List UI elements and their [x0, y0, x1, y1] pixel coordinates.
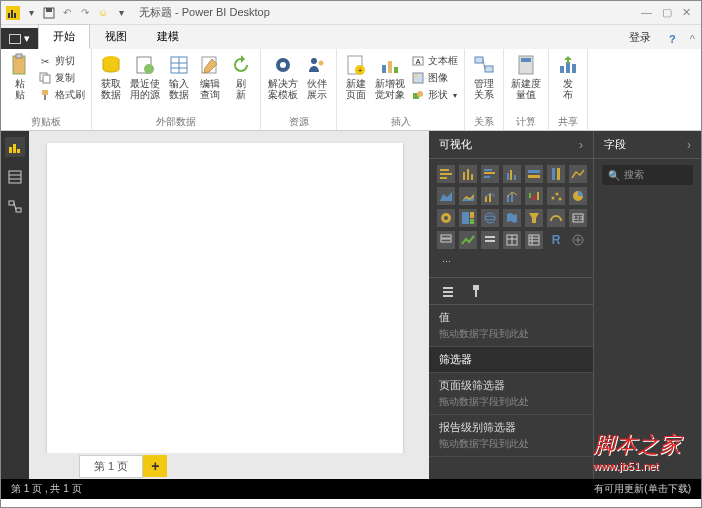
help-icon[interactable]: ? [661, 29, 684, 49]
viz-stacked-area-icon[interactable] [459, 187, 477, 205]
new-visual-button[interactable]: 新增视觉对象 [372, 51, 408, 102]
viz-stacked-bar-icon[interactable] [437, 165, 455, 183]
fields-pane-header[interactable]: 字段 › [594, 131, 701, 159]
svg-rect-1 [46, 8, 52, 12]
copy-button[interactable]: 复制 [38, 70, 85, 86]
cut-button[interactable]: ✂剪切 [38, 53, 85, 69]
svg-rect-32 [475, 57, 483, 63]
qat-more-icon[interactable]: ▾ [113, 5, 129, 21]
svg-rect-6 [42, 90, 48, 95]
nav-model-view[interactable] [5, 197, 25, 217]
viz-area-icon[interactable] [437, 187, 455, 205]
svg-point-31 [417, 91, 423, 97]
svg-point-81 [485, 213, 495, 223]
window-controls: — ▢ ✕ [631, 6, 701, 19]
publish-button[interactable]: 发布 [553, 51, 583, 102]
viz-matrix-icon[interactable] [525, 231, 543, 249]
svg-rect-54 [471, 174, 473, 180]
viz-table-icon[interactable] [503, 231, 521, 249]
svg-rect-66 [489, 194, 491, 202]
fields-pane-title: 字段 [604, 137, 626, 152]
redo-icon[interactable]: ↷ [77, 5, 93, 21]
svg-point-77 [444, 216, 448, 220]
viz-clustered-bar-icon[interactable] [481, 165, 499, 183]
viz-gallery: 123 R ⋯ [429, 159, 593, 277]
viz-clustered-column-icon[interactable] [503, 165, 521, 183]
work-area: 第 1 页 + 可视化 › [1, 131, 701, 479]
status-update-link[interactable]: 有可用更新(单击下载) [594, 482, 691, 496]
format-mode-icon[interactable] [467, 282, 485, 300]
viz-card-icon[interactable]: 123 [569, 209, 587, 227]
viz-import-icon[interactable] [569, 231, 587, 249]
page-filters-well[interactable]: 页面级筛选器 拖动数据字段到此处 [429, 373, 593, 415]
viz-100-bar-icon[interactable] [525, 165, 543, 183]
viz-filled-map-icon[interactable] [503, 209, 521, 227]
tab-modeling[interactable]: 建模 [142, 24, 194, 49]
viz-combo-icon[interactable] [481, 187, 499, 205]
report-canvas[interactable] [47, 143, 403, 453]
tab-view[interactable]: 视图 [90, 24, 142, 49]
enter-data-button[interactable]: 输入数据 [164, 51, 194, 102]
viz-kpi-icon[interactable] [459, 231, 477, 249]
viz-multicard-icon[interactable] [437, 231, 455, 249]
group-label-resources: 资源 [289, 114, 309, 129]
login-button[interactable]: 登录 [619, 26, 661, 49]
new-page-button[interactable]: +新建页面 [341, 51, 371, 102]
get-data-button[interactable]: 获取数据 [96, 51, 126, 102]
viz-donut-icon[interactable] [437, 209, 455, 227]
save-icon[interactable] [41, 5, 57, 21]
qat-dropdown-icon[interactable]: ▾ [23, 5, 39, 21]
canvas-area: 第 1 页 + [29, 131, 429, 479]
textbox-icon: A [411, 54, 425, 68]
file-tab[interactable]: ▾ [1, 28, 38, 49]
viz-combo2-icon[interactable] [503, 187, 521, 205]
report-filters-well[interactable]: 报告级别筛选器 拖动数据字段到此处 [429, 415, 593, 457]
minimize-button[interactable]: — [641, 6, 652, 19]
values-well[interactable]: 值 拖动数据字段到此处 [429, 305, 593, 347]
new-measure-button[interactable]: 新建度量值 [508, 51, 544, 102]
close-button[interactable]: ✕ [682, 6, 691, 19]
viz-waterfall-icon[interactable] [525, 187, 543, 205]
solution-templates-button[interactable]: 解决方案模板 [265, 51, 301, 102]
manage-relations-button[interactable]: 管理关系 [469, 51, 499, 102]
textbox-button[interactable]: A文本框 [411, 53, 458, 69]
fields-mode-icon[interactable] [439, 282, 457, 300]
add-page-button[interactable]: + [143, 455, 167, 477]
paste-button[interactable]: 粘贴 [5, 51, 35, 102]
undo-icon[interactable]: ↶ [59, 5, 75, 21]
page-filters-label: 页面级筛选器 [439, 378, 583, 393]
viz-slicer-icon[interactable] [481, 231, 499, 249]
viz-line-icon[interactable] [569, 165, 587, 183]
fields-search[interactable]: 🔍 搜索 [602, 165, 693, 185]
viz-funnel-icon[interactable] [525, 209, 543, 227]
viz-more-icon[interactable]: ⋯ [437, 253, 455, 271]
group-label-external: 外部数据 [156, 114, 196, 129]
page-tab-1[interactable]: 第 1 页 [79, 455, 143, 478]
viz-100-column-icon[interactable] [547, 165, 565, 183]
title-bar: ▾ ↶ ↷ ☺ ▾ 无标题 - Power BI Desktop — ▢ ✕ [1, 1, 701, 25]
viz-pie-icon[interactable] [569, 187, 587, 205]
viz-pane-header[interactable]: 可视化 › [429, 131, 593, 159]
edit-queries-button[interactable]: 编辑查询 [195, 51, 225, 102]
tab-start[interactable]: 开始 [38, 24, 90, 49]
viz-treemap-icon[interactable] [459, 209, 477, 227]
refresh-button[interactable]: 刷新 [226, 51, 256, 102]
viz-stacked-column-icon[interactable] [459, 165, 477, 183]
svg-rect-23 [382, 65, 386, 73]
format-painter-button[interactable]: 格式刷 [38, 87, 85, 103]
viz-map-icon[interactable] [481, 209, 499, 227]
shapes-button[interactable]: 形状▾ [411, 87, 458, 103]
viz-scatter-icon[interactable] [547, 187, 565, 205]
partner-showcase-button[interactable]: 伙伴展示 [302, 51, 332, 102]
paste-icon [8, 53, 32, 77]
nav-report-view[interactable] [5, 137, 25, 157]
maximize-button[interactable]: ▢ [662, 6, 672, 19]
viz-r-icon[interactable]: R [547, 231, 565, 249]
svg-rect-50 [440, 173, 452, 175]
collapse-ribbon-icon[interactable]: ^ [684, 29, 701, 49]
recent-sources-button[interactable]: 最近使用的源 [127, 51, 163, 102]
image-button[interactable]: 图像 [411, 70, 458, 86]
viz-gauge-icon[interactable] [547, 209, 565, 227]
nav-data-view[interactable] [5, 167, 25, 187]
smiley-icon[interactable]: ☺ [95, 5, 111, 21]
